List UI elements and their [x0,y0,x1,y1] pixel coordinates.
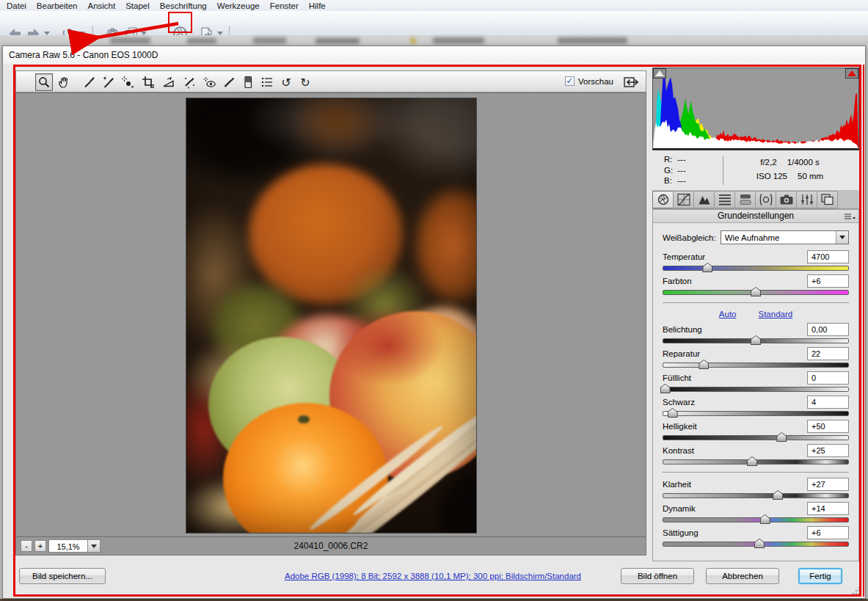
exposure-slider-thumb[interactable] [751,335,761,345]
rotate-left-tool[interactable]: ↺ [277,73,295,91]
brightness-slider[interactable] [663,435,849,440]
zoom-tool[interactable] [35,73,53,91]
exif-info: f/2,21/4000 s ISO 12550 mm [726,156,854,183]
contrast-slider-thumb[interactable] [747,456,757,466]
tab-lens-corrections[interactable] [755,191,776,208]
highlight-clipping-toggle[interactable] [845,68,858,79]
fill-light-slider-thumb[interactable] [660,384,671,393]
auto-default-links: AutoStandard [663,310,849,322]
contrast-value-input[interactable]: +25 [807,444,849,457]
menu-item-bearbeiten[interactable]: Bearbeiten [32,1,83,10]
vibrance-slider-thumb[interactable] [760,514,770,524]
contrast-slider[interactable] [663,459,849,465]
vibrance-value-input[interactable]: +14 [807,502,849,515]
temperature-slider[interactable] [663,266,849,271]
temperature-value-input[interactable]: 4700 [807,250,849,263]
lens-corrections-tab-icon [758,192,774,207]
clarity-slider[interactable] [663,493,849,498]
temperature-slider-thumb[interactable] [702,263,712,272]
preferences-tool[interactable] [258,73,276,91]
acr-toolbar: ✓ Vorschau ↺↻ [15,70,646,92]
panel-header-label: Grundeinstellungen [718,211,794,221]
cancel-button[interactable]: Abbrechen [706,568,779,584]
fullscreen-toggle-button[interactable] [622,74,640,90]
targeted-adjustment-tool[interactable] [119,73,136,91]
workflow-options-link[interactable]: Adobe RGB (1998); 8 Bit; 2592 x 3888 (10… [285,572,581,580]
menu-item-ansicht[interactable]: Ansicht [82,1,120,10]
tint-slider-thumb[interactable] [751,287,761,296]
color-sampler-tool[interactable] [100,73,117,91]
save-image-button[interactable]: Bild speichern... [19,568,106,584]
clarity-slider-thumb[interactable] [773,490,783,500]
blacks-slider[interactable] [663,411,849,416]
menu-item-hilfe[interactable]: Hilfe [304,1,331,10]
menu-item-beschriftung[interactable]: Beschriftung [155,1,212,10]
recovery-slider-thumb[interactable] [699,360,709,369]
exposure-slider-row: Belichtung0,00 [663,324,849,349]
tab-presets[interactable] [796,191,817,208]
tint-slider[interactable] [663,290,849,295]
blacks-slider-row: Schwarz4 [663,397,849,421]
graduated-filter-tool[interactable] [239,73,257,91]
brightness-label: Helligkeit [663,422,697,431]
vorschau-checkbox[interactable]: ✓ [565,76,575,86]
tab-snapshots[interactable] [817,191,838,208]
panel-menu-button[interactable] [844,212,856,220]
exposure-value-input[interactable]: 0,00 [807,323,849,336]
straighten-tool[interactable] [160,73,178,91]
resize-grip[interactable] [851,586,861,596]
saturation-value-input[interactable]: +6 [807,526,849,539]
menu-item-stapel[interactable]: Stapel [120,1,155,10]
red-eye-tool[interactable] [201,73,219,91]
filename-label: 240410_0006.CR2 [16,541,646,551]
tab-basic[interactable] [652,191,674,208]
hand-tool[interactable] [56,73,73,91]
photo-preview[interactable] [186,98,477,533]
auto-link[interactable]: Auto [719,310,737,322]
rgb-row: G:--- [664,165,686,176]
default-link[interactable]: Standard [758,310,792,322]
tint-value-input[interactable]: +6 [807,274,849,288]
recovery-slider[interactable] [663,363,849,368]
tab-split-toning[interactable] [734,191,756,208]
brightness-value-input[interactable]: +50 [807,420,849,433]
white-balance-tool[interactable] [81,73,98,91]
fill-light-slider[interactable] [663,387,849,392]
exposure-slider[interactable] [663,338,849,343]
vibrance-slider[interactable] [663,517,849,522]
rgb-row: R:--- [664,154,686,165]
shadow-clipping-toggle[interactable] [653,68,666,79]
blacks-slider-thumb[interactable] [668,408,678,418]
combo-dropdown-icon[interactable] [836,231,848,244]
saturation-slider-thumb[interactable] [754,539,765,548]
blacks-value-input[interactable]: 4 [807,396,849,409]
recovery-value-input[interactable]: 22 [807,347,849,360]
crop-tool[interactable] [139,73,157,91]
saturation-slider[interactable] [663,542,849,547]
tab-tone-curve[interactable] [673,191,694,208]
rotate-right-tool[interactable]: ↻ [296,73,314,91]
highlight-clip-icon [847,70,856,76]
spot-removal-tool[interactable] [180,73,198,91]
menu-item-werkzeuge[interactable]: Werkzeuge [212,1,265,10]
menu-item-fenster[interactable]: Fenster [265,1,304,10]
white-balance-select[interactable]: Wie Aufnahme [721,230,849,244]
done-button[interactable]: Fertig [798,568,842,584]
tab-hsl-grayscale[interactable] [714,191,735,208]
fill-light-value-input[interactable]: 0 [807,371,849,385]
open-image-button[interactable]: Bild öffnen [621,568,694,584]
hsl-grayscale-tab-icon [717,192,733,207]
basic-tab-icon [655,192,671,207]
clarity-value-input[interactable]: +27 [807,478,849,491]
targeted-adjustment-icon [120,75,135,90]
menu-item-datei[interactable]: Datei [1,1,32,10]
dialog-title: Camera Raw 5.6 - Canon EOS 1000D [3,46,865,65]
tab-camera-calibration[interactable] [776,191,797,208]
rotate-right-icon: ↻ [300,76,310,90]
contrast-slider-row: Kontrast+25 [663,445,849,470]
brightness-slider-thumb[interactable] [776,432,787,442]
detail-tab-icon [696,192,712,207]
rgb-label: B: [664,175,677,186]
adjustment-brush-tool[interactable] [220,73,238,91]
tab-detail[interactable] [693,191,715,208]
